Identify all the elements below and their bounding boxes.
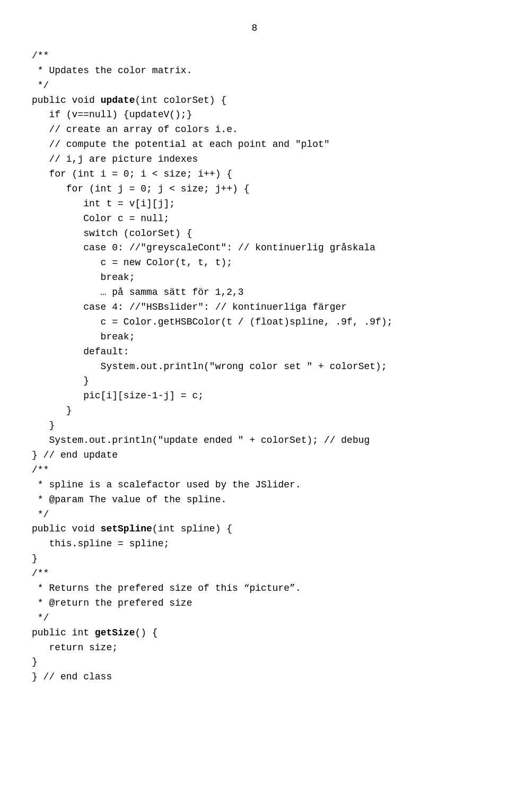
code-line: // compute the potential at each point a…: [32, 137, 477, 152]
code-line: }: [32, 552, 477, 566]
code-line: return size;: [32, 641, 477, 656]
code-line: public void update(int colorSet) {: [32, 93, 477, 108]
code-line: * @param The value of the spline.: [32, 493, 477, 508]
code-line: case 0: //"greyscaleCont": // kontinuerl…: [32, 241, 477, 256]
code-line: } // end update: [32, 448, 477, 463]
code-line: switch (colorSet) {: [32, 226, 477, 241]
code-content: /** * Updates the color matrix. */public…: [32, 49, 477, 685]
code-line: break;: [32, 330, 477, 345]
code-line: c = new Color(t, t, t);: [32, 256, 477, 270]
code-line: … på samma sätt för 1,2,3: [32, 285, 477, 300]
code-line: * spline is a scalefactor used by the JS…: [32, 478, 477, 493]
code-line: /**: [32, 49, 477, 64]
code-line: } // end class: [32, 670, 477, 685]
code-line: // i,j are picture indexes: [32, 152, 477, 167]
page-number: 8: [32, 21, 477, 36]
code-line: pic[i][size-1-j] = c;: [32, 389, 477, 404]
code-line: * Updates the color matrix.: [32, 64, 477, 78]
code-line: c = Color.getHSBColor(t / (float)spline,…: [32, 315, 477, 330]
code-line: * Returns the prefered size of this “pic…: [32, 581, 477, 596]
code-line: * @return the prefered size: [32, 596, 477, 611]
code-line: /**: [32, 566, 477, 581]
code-line: }: [32, 404, 477, 418]
code-line: if (v==null) {updateV();}: [32, 108, 477, 123]
code-line: /**: [32, 463, 477, 478]
code-line: */: [32, 78, 477, 93]
code-line: public int getSize() {: [32, 626, 477, 641]
code-line: this.spline = spline;: [32, 537, 477, 552]
code-line: break;: [32, 270, 477, 285]
code-line: }: [32, 655, 477, 670]
code-line: // create an array of colors i.e.: [32, 123, 477, 137]
code-line: for (int j = 0; j < size; j++) {: [32, 182, 477, 197]
code-line: */: [32, 611, 477, 626]
code-line: for (int i = 0; i < size; i++) {: [32, 167, 477, 182]
code-line: }: [32, 418, 477, 433]
code-line: default:: [32, 345, 477, 360]
code-line: }: [32, 374, 477, 389]
code-line: int t = v[i][j];: [32, 197, 477, 212]
code-line: Color c = null;: [32, 212, 477, 226]
code-line: System.out.println("update ended " + col…: [32, 433, 477, 448]
code-line: public void setSpline(int spline) {: [32, 522, 477, 537]
code-line: case 4: //"HSBslider": // kontinuerliga …: [32, 300, 477, 315]
code-line: System.out.println("wrong color set " + …: [32, 360, 477, 374]
code-line: */: [32, 508, 477, 522]
